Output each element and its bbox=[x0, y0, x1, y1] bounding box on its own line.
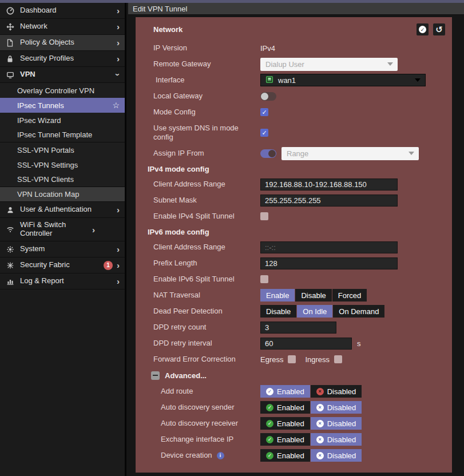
form-row-v4-split-tunnel: Enable IPv4 Split Tunnel bbox=[136, 208, 452, 224]
favorite-star-icon[interactable]: ☆ bbox=[112, 101, 120, 110]
fec-ingress-label: Ingress bbox=[305, 355, 330, 364]
field-label: Use system DNS in mode config bbox=[136, 124, 260, 142]
v4-client-range-input[interactable] bbox=[260, 178, 398, 191]
segment-disabled[interactable]: × Disabled bbox=[311, 417, 362, 430]
segment-disable[interactable]: Disable bbox=[260, 305, 296, 318]
person-icon bbox=[5, 206, 15, 214]
segment-label: Disabled bbox=[327, 403, 356, 412]
segment-enable[interactable]: Enable bbox=[260, 289, 295, 302]
field-label: Subnet Mask bbox=[136, 196, 260, 205]
interface-value: wan1 bbox=[278, 76, 296, 85]
assign-ip-toggle[interactable] bbox=[260, 149, 276, 158]
v6-client-range-input[interactable] bbox=[260, 241, 398, 253]
v4-split-tunnel-checkbox[interactable] bbox=[260, 212, 268, 220]
sidebar-item-system[interactable]: System › bbox=[0, 241, 125, 257]
sidebar-item-ipsec-tunnel-template[interactable]: IPsec Tunnel Template bbox=[0, 128, 125, 142]
segment-on-demand[interactable]: On Demand bbox=[333, 305, 384, 318]
auto-discovery-sender-segments: ✓ Enabled × Disabled bbox=[260, 401, 362, 414]
segment-disabled[interactable]: × Disabled bbox=[311, 449, 362, 462]
chevron-right-icon: › bbox=[117, 244, 120, 254]
sidebar-item-ipsec-tunnels[interactable]: IPsec Tunnels ☆ bbox=[0, 98, 125, 113]
sidebar-item-label: WiFi & Switch Controller bbox=[20, 221, 92, 238]
field-label: Client Address Range bbox=[136, 243, 260, 252]
policy-document-icon bbox=[5, 39, 15, 47]
field-label: IP Version bbox=[136, 43, 260, 53]
v6-split-tunnel-checkbox[interactable] bbox=[260, 275, 268, 283]
gear-icon bbox=[5, 245, 15, 253]
sidebar-item-overlay-controller-vpn[interactable]: Overlay Controller VPN bbox=[0, 83, 125, 98]
sidebar-item-policy-objects[interactable]: Policy & Objects › bbox=[0, 35, 125, 51]
sidebar-item-label: SSL-VPN Settings bbox=[17, 161, 78, 169]
segment-enabled[interactable]: ✓ Enabled bbox=[260, 385, 310, 398]
segment-forced[interactable]: Forced bbox=[332, 289, 367, 302]
segment-label: Enabled bbox=[277, 419, 304, 428]
check-circle-icon: ✓ bbox=[266, 404, 273, 411]
revert-button[interactable]: ↺ bbox=[433, 23, 445, 35]
sidebar-item-label: SSL-VPN Portals bbox=[17, 146, 74, 154]
sidebar-item-ipsec-wizard[interactable]: IPsec Wizard bbox=[0, 113, 125, 128]
assign-ip-select[interactable]: Range bbox=[281, 147, 419, 160]
sidebar-item-log-report[interactable]: Log & Report › bbox=[0, 273, 125, 289]
segment-enabled[interactable]: ✓ Enabled bbox=[260, 401, 310, 414]
field-label-text: Device creation bbox=[161, 451, 212, 459]
segment-on-idle[interactable]: On Idle bbox=[297, 305, 332, 318]
segment-enabled[interactable]: ✓ Enabled bbox=[260, 449, 310, 462]
collapse-minus-icon[interactable] bbox=[151, 371, 160, 380]
sidebar-item-ssl-vpn-settings[interactable]: SSL-VPN Settings bbox=[0, 157, 125, 172]
sidebar-item-dashboard[interactable]: Dashboard › bbox=[0, 3, 125, 19]
dns-mode-checkbox[interactable]: ✓ bbox=[260, 129, 268, 137]
segment-disabled[interactable]: × Disabled bbox=[311, 385, 362, 398]
apply-button[interactable]: ✓ bbox=[417, 23, 429, 35]
device-creation-segments: ✓ Enabled × Disabled bbox=[260, 449, 362, 462]
sidebar-item-vpn-location-map[interactable]: VPN Location Map bbox=[0, 187, 125, 202]
dpd-retry-count-input[interactable] bbox=[260, 322, 336, 334]
gauge-icon bbox=[5, 7, 15, 15]
segment-disabled[interactable]: × Disabled bbox=[311, 433, 362, 446]
move-arrows-icon bbox=[5, 23, 15, 31]
undo-icon: ↺ bbox=[435, 25, 443, 34]
segment-enabled[interactable]: ✓ Enabled bbox=[260, 417, 310, 430]
add-route-segments: ✓ Enabled × Disabled bbox=[260, 385, 362, 398]
segment-label: Disabled bbox=[327, 451, 356, 460]
sidebar: Dashboard › Network › Policy & Objects ›… bbox=[0, 3, 126, 476]
field-label: Enable IPv6 Split Tunnel bbox=[136, 275, 260, 284]
fec-ingress-checkbox[interactable] bbox=[334, 355, 342, 363]
wifi-icon bbox=[5, 225, 15, 233]
subnet-mask-input[interactable] bbox=[260, 195, 398, 207]
ethernet-port-icon bbox=[265, 76, 273, 85]
field-label: Auto discovery sender bbox=[136, 403, 260, 412]
local-gateway-toggle[interactable] bbox=[260, 92, 276, 101]
sidebar-item-user-authentication[interactable]: User & Authentication › bbox=[0, 202, 125, 218]
form-row-fec: Forward Error Correction Egress Ingress bbox=[136, 351, 452, 367]
sidebar-item-ssl-vpn-portals[interactable]: SSL-VPN Portals bbox=[0, 142, 125, 157]
sidebar-item-security-fabric[interactable]: Security Fabric 1 › bbox=[0, 257, 125, 273]
segment-disable[interactable]: Disable bbox=[295, 289, 331, 302]
sidebar-item-label: IPsec Tunnels bbox=[17, 101, 64, 110]
chevron-right-icon: › bbox=[117, 22, 120, 31]
segment-enabled[interactable]: ✓ Enabled bbox=[260, 433, 310, 446]
toggle-knob bbox=[268, 150, 276, 157]
dpd-retry-interval-input[interactable] bbox=[260, 338, 352, 350]
sidebar-item-label: Security Profiles bbox=[20, 54, 117, 63]
sidebar-item-security-profiles[interactable]: Security Profiles › bbox=[0, 51, 125, 67]
prefix-length-input[interactable] bbox=[260, 257, 398, 269]
seconds-suffix: s bbox=[357, 339, 361, 348]
sidebar-item-network[interactable]: Network › bbox=[0, 19, 125, 35]
interface-select[interactable]: wan1 bbox=[260, 74, 426, 86]
sidebar-item-wifi-switch-controller[interactable]: WiFi & Switch Controller › bbox=[0, 218, 125, 241]
sidebar-item-label: Policy & Objects bbox=[20, 38, 117, 47]
sidebar-item-ssl-vpn-clients[interactable]: SSL-VPN Clients bbox=[0, 172, 125, 187]
chevron-right-icon: › bbox=[117, 6, 120, 15]
sidebar-item-label: Overlay Controller VPN bbox=[17, 86, 94, 95]
form-row-add-route: Add route ✓ Enabled × Disabled bbox=[136, 383, 452, 399]
sidebar-item-vpn[interactable]: VPN › bbox=[0, 67, 125, 83]
segment-disabled[interactable]: × Disabled bbox=[311, 401, 362, 414]
mode-config-checkbox[interactable]: ✓ bbox=[260, 108, 268, 116]
dropdown-caret-icon bbox=[415, 78, 421, 82]
info-icon[interactable]: i bbox=[217, 452, 224, 459]
fec-egress-checkbox[interactable] bbox=[288, 355, 296, 363]
x-circle-icon: × bbox=[316, 420, 324, 427]
form-row-ip-version: IP Version IPv4 bbox=[136, 40, 452, 56]
dropdown-caret-icon bbox=[409, 152, 414, 155]
remote-gateway-select[interactable]: Dialup User bbox=[260, 58, 398, 71]
